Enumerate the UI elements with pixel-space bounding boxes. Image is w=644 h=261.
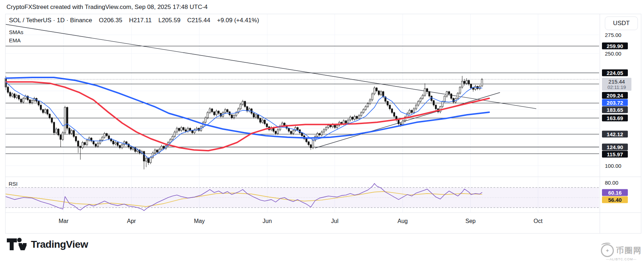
watermark-domain: —ALIBTC.COM— xyxy=(606,257,636,261)
time-axis-label-Sep: Sep xyxy=(465,218,476,224)
axis-badge-203.72[interactable]: 203.72 xyxy=(602,99,628,106)
axis-label-100.00[interactable]: 100.00 xyxy=(605,163,621,169)
axis-label-250.00[interactable]: 250.00 xyxy=(605,51,621,57)
axis-badge-163.69[interactable]: 163.69 xyxy=(602,115,628,122)
axis-badge-224.05[interactable]: 224.05 xyxy=(602,70,628,76)
tradingview-logo[interactable]: TradingView xyxy=(6,237,88,252)
ohlc-low: L205.59 xyxy=(158,17,180,24)
axis-badge-259.90[interactable]: 259.90 xyxy=(602,43,628,49)
indicator-label-smas[interactable]: SMAs xyxy=(9,29,23,35)
time-axis-label-Oct: Oct xyxy=(534,218,543,224)
tradingview-chart-page: CryptoFXStreet created with TradingView.… xyxy=(0,0,644,261)
symbol-title[interactable]: SOL / TetherUS · 1D · Binance xyxy=(9,17,92,24)
time-axis-label-May: May xyxy=(194,218,205,224)
chart-canvas[interactable] xyxy=(0,0,644,261)
site-watermark: ✦ 币圈网 —ALIBTC.COM— xyxy=(601,244,642,261)
watermark-logo-icon: ✦ xyxy=(601,244,614,257)
tradingview-logo-icon xyxy=(6,237,27,252)
time-axis-label-Aug: Aug xyxy=(398,218,408,224)
indicator-label-ema[interactable]: EMA xyxy=(9,37,21,43)
credit-text: CryptoFXStreet created with TradingView.… xyxy=(6,4,208,11)
current-price-label[interactable]: 215.4402:11:19 xyxy=(602,78,631,91)
ohlc-high: H217.11 xyxy=(129,17,152,24)
axis-badge-115.97[interactable]: 115.97 xyxy=(602,151,628,158)
axis-badge-124.90[interactable]: 124.90 xyxy=(602,144,628,151)
axis-badge-142.12[interactable]: 142.12 xyxy=(602,131,628,138)
axis-badge-183.65[interactable]: 183.65 xyxy=(602,106,628,113)
time-axis-label-Apr: Apr xyxy=(127,218,136,224)
tradingview-logo-text: TradingView xyxy=(31,239,88,250)
ohlc-close: C215.44 xyxy=(187,17,210,24)
axis-badge-209.24[interactable]: 209.24 xyxy=(602,92,628,99)
axis-label-80.00[interactable]: 80.00 xyxy=(605,180,618,186)
rsi-badge-56.40[interactable]: 56.40 xyxy=(602,196,628,203)
time-axis-label-Jul: Jul xyxy=(331,218,338,224)
rsi-badge-60.16[interactable]: 60.16 xyxy=(602,189,628,196)
indicator-label-rsi[interactable]: RSI xyxy=(9,181,18,187)
currency-toggle-button[interactable]: USDT xyxy=(605,16,638,30)
time-axis-label-Mar: Mar xyxy=(59,218,69,224)
axis-label-275.00[interactable]: 275.00 xyxy=(605,32,621,38)
ohlc-open: O206.35 xyxy=(99,17,122,24)
time-axis-label-Jun: Jun xyxy=(263,218,272,224)
ohlc-change: +9.09 (+4.41%) xyxy=(217,17,259,24)
watermark-site-name: 币圈网 xyxy=(616,245,642,256)
symbol-title-row: SOL / TetherUS · 1D · Binance O206.35 H2… xyxy=(9,17,264,24)
